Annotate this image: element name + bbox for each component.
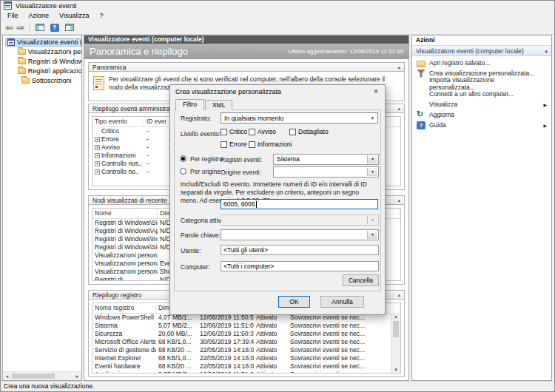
tree-item[interactable]: › › Registri applicazioni e servizi <box>3 66 81 75</box>
level-checkbox[interactable]: Dettagliato <box>289 128 329 135</box>
tree-item[interactable]: › › Sottoscrizioni <box>3 75 81 85</box>
action-item[interactable]: Importa visualizzazione personalizzata..… <box>412 78 551 89</box>
action-item[interactable]: Apri registro salvato... ▶ <box>412 58 551 68</box>
back-arrow-icon[interactable]: ⇐ <box>4 22 15 33</box>
table-row[interactable]: Sicurezza 20,00 MB/... 12/06/2019 11:50:… <box>92 330 400 338</box>
table-row[interactable]: Applicazione 8,07 MB/2... 12/06/2019 11:… <box>92 371 400 374</box>
level-checkbox[interactable]: Errore <box>221 141 249 148</box>
computer-input[interactable]: <Tutti i computer> <box>221 261 379 271</box>
table-row[interactable]: Internet Explorer 68 KB/1,0... 22/05/201… <box>92 354 400 362</box>
collapse-icon[interactable]: ▴ <box>397 106 400 112</box>
level-checkbox[interactable]: Critico <box>221 128 249 135</box>
event-source-label: Origine eventi: <box>221 169 261 176</box>
collapse-icon[interactable]: ▴ <box>397 292 400 298</box>
column-header[interactable]: Tipo evento <box>92 117 144 126</box>
collapse-icon[interactable]: ▴ <box>397 64 400 70</box>
event-logs-dropdown[interactable]: Sistema ▾ <box>273 154 379 165</box>
expand-plus-icon[interactable]: + <box>95 169 100 175</box>
dropdown-arrow-icon[interactable]: ▾ <box>367 155 377 163</box>
scroll-up-icon[interactable]: ▴ <box>391 313 400 320</box>
menu-item[interactable]: File <box>2 10 24 21</box>
scrollbar-thumb[interactable] <box>12 374 55 379</box>
action-icon <box>417 121 426 129</box>
ok-button[interactable]: OK <box>278 296 310 308</box>
level-checkbox[interactable]: Avviso <box>249 128 289 135</box>
registered-label: Registrato: <box>181 115 211 122</box>
column-header[interactable]: Nome registro <box>92 303 156 313</box>
help-button[interactable]: ? <box>47 22 61 33</box>
table-row[interactable]: Microsoft Office Alerts 68 KB/1,0... 30/… <box>92 338 400 346</box>
user-label: Utente: <box>181 247 201 254</box>
checkbox-box[interactable] <box>249 129 255 135</box>
show-action-pane-button[interactable] <box>62 22 76 33</box>
submenu-arrow-icon: ▶ <box>543 123 547 128</box>
tree-root-event-viewer[interactable]: Visualizzatore eventi (computer <box>3 37 81 47</box>
checkbox-box[interactable] <box>221 141 227 148</box>
window-title: Visualizzatore eventi <box>16 2 76 10</box>
expand-plus-icon[interactable]: + <box>95 153 100 158</box>
expand-plus-icon[interactable]: + <box>95 145 100 150</box>
title-bar: Visualizzatore eventi <box>1 1 554 10</box>
tree-horizontal-scrollbar[interactable]: ◂ ▸ <box>3 371 81 380</box>
action-item[interactable]: Aggiorna ▶ <box>412 109 551 120</box>
checkbox-box[interactable] <box>249 141 255 148</box>
action-icon <box>417 90 426 98</box>
scroll-right-icon[interactable]: ▸ <box>73 373 81 380</box>
tree-item[interactable]: › › Visualizzazioni personalizzate <box>3 47 81 56</box>
help-icon: ? <box>50 24 59 32</box>
checkbox-box[interactable] <box>289 129 296 135</box>
collapse-icon[interactable]: ▴ <box>545 48 548 54</box>
section-header-overview[interactable]: Panoramica ▴ <box>88 62 405 72</box>
actions-title: Azioni <box>412 36 551 46</box>
keywords-dropdown[interactable]: ▾ <box>221 229 379 240</box>
event-level-label: Livello evento: <box>181 130 221 138</box>
action-item[interactable]: Visualizza ▶ <box>412 99 551 109</box>
event-logs-label: Registri eventi: <box>221 156 262 163</box>
actions-list: Apri registro salvato... ▶ Crea visualiz… <box>412 56 551 130</box>
dialog-title-bar[interactable]: Crea visualizzazione personalizzata × <box>170 85 385 98</box>
tree-item[interactable]: › › Registri di Windows <box>3 56 81 66</box>
console-tree-panel: Visualizzatore eventi (computer › › Visu… <box>2 35 82 381</box>
dialog-tab[interactable]: Filtro <box>175 99 204 111</box>
forward-arrow-icon[interactable]: ⇒ <box>15 22 26 33</box>
close-icon[interactable]: × <box>367 85 385 98</box>
column-header[interactable]: Nome <box>92 209 158 218</box>
dialog-tab[interactable]: XML <box>205 100 232 110</box>
table-row[interactable]: Servizio di gestione delle ... 68 KB/20 … <box>92 346 400 354</box>
table-row[interactable]: Eventi hardware 68 KB/20 ... 22/05/2019 … <box>92 362 400 371</box>
event-id-input[interactable]: 6005, 6006 <box>221 199 378 209</box>
table-row[interactable]: Sistema 5,07 MB/2... 12/06/2019 11:51:02… <box>92 322 400 330</box>
clear-button[interactable]: Cancella <box>343 274 379 286</box>
cancel-button[interactable]: Annulla <box>320 296 364 308</box>
menu-item[interactable]: Visualizza <box>54 10 94 21</box>
event-source-dropdown[interactable]: ▾ <box>273 166 379 178</box>
collapse-icon[interactable]: ▴ <box>397 197 400 203</box>
dropdown-arrow-icon[interactable]: ▾ <box>367 168 377 176</box>
scroll-down-icon[interactable]: ▾ <box>391 366 400 373</box>
menu-bar: FileAzioneVisualizza? <box>1 10 554 21</box>
level-checkbox[interactable]: Informazioni <box>249 141 289 148</box>
checkbox-box[interactable] <box>221 129 227 135</box>
registered-dropdown[interactable]: In qualsiasi momento ▾ <box>221 112 378 124</box>
by-source-radio[interactable] <box>180 168 186 175</box>
expand-plus-icon[interactable]: + <box>95 137 100 142</box>
user-input[interactable]: <Tutti gli utenti> <box>221 245 379 255</box>
menu-item[interactable]: ? <box>94 10 108 21</box>
column-header[interactable]: ID evento <box>144 117 166 126</box>
menu-item[interactable]: Azione <box>24 10 55 21</box>
log-table-vertical-scrollbar[interactable]: ▴ ▾ <box>391 313 400 373</box>
log-scroll-icon <box>93 76 104 90</box>
by-log-radio[interactable] <box>180 155 186 162</box>
expand-plus-icon[interactable]: + <box>95 161 100 166</box>
actions-panel: Azioni Visualizzatore eventi (computer l… <box>411 35 552 381</box>
scrollbar-thumb[interactable] <box>393 321 399 337</box>
actions-group-header[interactable]: Visualizzatore eventi (computer locale) … <box>412 46 551 56</box>
action-item[interactable]: Guida ▶ <box>412 120 551 130</box>
dropdown-arrow-icon: ▾ <box>367 216 377 224</box>
folder-icon <box>18 58 26 64</box>
folder-icon <box>21 78 30 84</box>
show-console-tree-button[interactable] <box>33 22 47 33</box>
scroll-left-icon[interactable]: ◂ <box>3 373 11 380</box>
dropdown-arrow-icon[interactable]: ▾ <box>367 231 377 239</box>
action-pane-icon <box>65 24 74 31</box>
